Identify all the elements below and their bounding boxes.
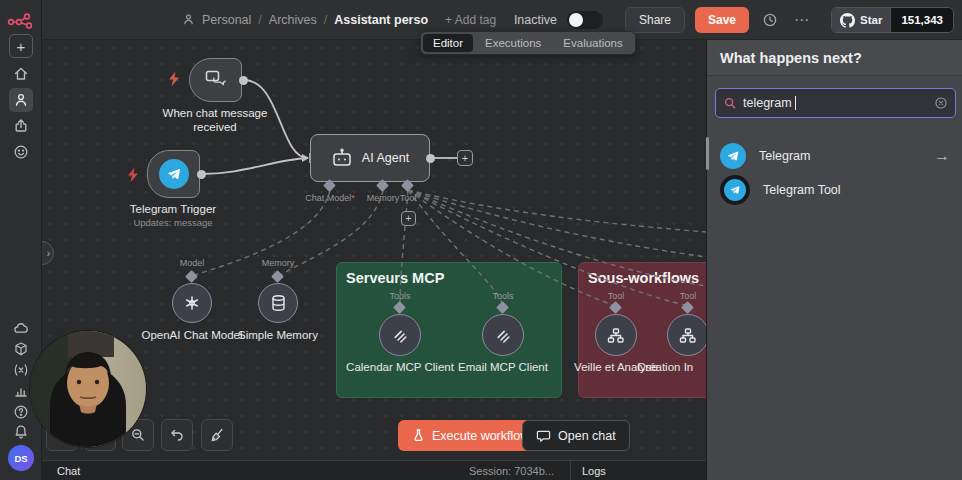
port-label-tool: Tool (653, 291, 706, 301)
breadcrumb-separator: / (258, 13, 261, 27)
share-button[interactable]: Share (625, 7, 685, 33)
subworkflow-icon (679, 327, 697, 344)
node-openai-chat-model[interactable] (172, 283, 212, 323)
logs-panel-toggle[interactable]: Logs (582, 465, 606, 477)
node-picker-panel: What happens next? Telegram → (706, 40, 962, 480)
tidy-up-button[interactable] (201, 419, 233, 451)
mcp-icon (495, 327, 512, 344)
home-icon[interactable] (9, 62, 33, 86)
workflow-status-label: Inactive (514, 13, 557, 27)
search-icon (723, 96, 737, 114)
subworkflow-icon (607, 327, 625, 344)
node-subtitle: Updates: message (108, 217, 238, 228)
tab-editor[interactable]: Editor (423, 34, 473, 52)
node-calendar-mcp-client[interactable] (379, 314, 421, 356)
node-veille-et-analyse[interactable] (595, 314, 637, 356)
node-creation[interactable] (667, 314, 706, 356)
node-chat-trigger[interactable] (189, 58, 242, 102)
add-tag-button[interactable]: + Add tag (445, 13, 496, 27)
notifications-bell-icon[interactable] (9, 420, 33, 444)
result-telegram[interactable]: Telegram → (707, 139, 962, 173)
node-label: Création In (637, 360, 706, 374)
output-port[interactable] (239, 76, 248, 85)
github-star-widget[interactable]: Star 151,343 (831, 7, 954, 33)
lightning-bolt-icon (126, 167, 140, 187)
active-toggle[interactable] (567, 11, 603, 29)
lightning-bolt-icon (167, 71, 181, 91)
port-label-tool: Tool (581, 291, 651, 301)
port-label-tools: Tools (365, 291, 435, 301)
mcp-icon (392, 327, 409, 344)
github-star-label: Star (860, 14, 882, 26)
github-star-count: 151,343 (890, 8, 953, 32)
node-label: Telegram Trigger (108, 202, 238, 216)
breadcrumb-separator: / (324, 13, 327, 27)
user-avatar[interactable]: DS (8, 445, 34, 471)
chat-panel-toggle[interactable]: Chat (57, 465, 80, 477)
telegram-icon (159, 159, 189, 189)
person-icon (182, 13, 195, 26)
workflow-name[interactable]: Assistant perso (334, 13, 428, 27)
port-label-tools: Tools (468, 291, 538, 301)
node-simple-memory[interactable] (258, 283, 298, 323)
clear-search-icon[interactable] (934, 96, 948, 114)
breadcrumb: Personal / Archives / Assistant perso + … (182, 13, 496, 27)
workflow-history-icon[interactable] (759, 12, 781, 28)
shared-icon[interactable] (9, 114, 33, 138)
port-label-tool: Tool (388, 193, 428, 203)
chat-bubbles-icon (204, 69, 228, 91)
openai-icon (183, 294, 201, 312)
result-telegram-tool[interactable]: Telegram Tool (707, 173, 962, 207)
n8n-app: + DS (0, 0, 962, 480)
database-icon (270, 294, 287, 312)
webcam-overlay (30, 331, 146, 447)
save-button[interactable]: Save (695, 7, 749, 33)
breadcrumb-project[interactable]: Personal (202, 13, 251, 27)
output-port[interactable] (426, 154, 435, 163)
port-label-memory: Memory (243, 258, 313, 268)
node-label: Calendar MCP Client (340, 360, 460, 374)
n8n-logo-icon (7, 9, 35, 31)
output-port[interactable] (197, 170, 206, 179)
node-ai-agent[interactable]: AI Agent (310, 134, 430, 182)
add-tool-plus-button[interactable]: + (401, 211, 416, 226)
node-label: When chat message received (150, 106, 280, 135)
node-search-input[interactable] (715, 88, 956, 118)
tab-evaluations[interactable]: Evaluations (553, 34, 632, 52)
result-label: Telegram Tool (763, 183, 950, 197)
node-telegram-trigger[interactable] (147, 150, 200, 198)
github-icon (840, 13, 855, 28)
add-workflow-button[interactable]: + (9, 34, 33, 58)
open-chat-button[interactable]: Open chat (522, 420, 630, 451)
telegram-icon (724, 179, 746, 201)
text-caret (795, 96, 796, 110)
view-tabs: Editor Executions Evaluations (420, 31, 636, 55)
arrow-right-icon[interactable]: → (934, 147, 950, 165)
telegram-icon (720, 143, 746, 169)
tool-node-ring (720, 175, 750, 205)
panel-title: What happens next? (707, 40, 962, 76)
tab-executions[interactable]: Executions (475, 34, 551, 52)
presenter-photo (30, 331, 146, 447)
port-label-model: Model (157, 258, 227, 268)
projects-icon[interactable] (9, 88, 33, 112)
result-label: Telegram (759, 149, 921, 163)
divider (570, 461, 571, 480)
node-title: AI Agent (362, 151, 409, 165)
chat-bubble-icon (536, 429, 551, 443)
node-email-mcp-client[interactable] (482, 314, 524, 356)
port-label-chat-model: Chat Model* (295, 193, 365, 203)
robot-icon (331, 148, 353, 168)
breadcrumb-folder[interactable]: Archives (269, 13, 317, 27)
session-id: Session: 7034b... (469, 465, 554, 477)
add-node-plus-button[interactable]: + (457, 150, 473, 166)
feedback-smiley-icon[interactable] (9, 140, 33, 164)
node-label: Email MCP Client (443, 360, 563, 374)
undo-button[interactable] (161, 419, 193, 451)
bottom-log-bar: Chat Session: 7034b... Logs (42, 460, 706, 480)
more-options-button[interactable]: ⋯ (791, 11, 813, 29)
flask-icon (412, 428, 425, 443)
node-label: Simple Memory (223, 328, 333, 342)
